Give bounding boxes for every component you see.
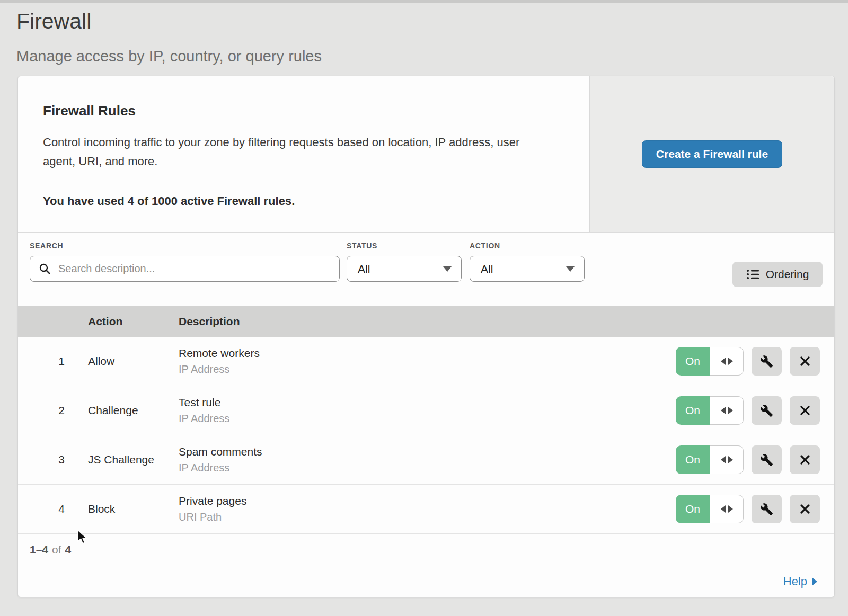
rule-description: Spam comments <box>179 445 676 458</box>
rule-description-cell: Remote workers IP Address <box>179 347 676 376</box>
edit-rule-button[interactable] <box>752 495 782 523</box>
pagination-row: 1–4 of 4 <box>18 534 834 566</box>
rule-match-field: IP Address <box>179 462 676 474</box>
status-filter-group: STATUS All <box>347 242 462 306</box>
rule-description: Private pages <box>179 495 676 507</box>
rule-action: Allow <box>88 355 179 368</box>
wrench-icon <box>760 503 773 516</box>
rule-priority: 3 <box>18 453 65 466</box>
toggle-on-label[interactable]: On <box>676 445 710 474</box>
firewall-rules-card: Firewall Rules Control incoming traffic … <box>17 76 835 597</box>
toggle-drag-handle-icon[interactable] <box>710 396 744 425</box>
wrench-icon <box>760 453 773 467</box>
toggle-on-label[interactable]: On <box>676 347 710 376</box>
filters-bar: SEARCH STATUS All ACTION All <box>18 232 834 306</box>
arrow-right-icon <box>812 577 817 586</box>
status-select[interactable]: All <box>347 256 462 282</box>
rule-priority: 1 <box>18 355 65 368</box>
help-link-label: Help <box>783 575 807 588</box>
table-row: 3 JS Challenge Spam comments IP Address … <box>18 435 834 485</box>
wrench-icon <box>760 355 773 368</box>
description-column-header: Description <box>179 315 834 328</box>
delete-rule-button[interactable] <box>790 396 820 425</box>
rule-priority: 2 <box>18 404 65 417</box>
rule-action: JS Challenge <box>88 453 179 466</box>
intro-description: Control incoming traffic to your zone by… <box>43 133 546 171</box>
status-label: STATUS <box>347 242 462 250</box>
ordered-list-icon <box>746 269 759 280</box>
rule-action: Block <box>88 503 179 515</box>
page-title: Firewall <box>16 8 848 34</box>
table-row: 1 Allow Remote workers IP Address On <box>18 337 834 386</box>
table-row: 4 Block Private pages URI Path On <box>18 485 834 534</box>
rule-action: Challenge <box>88 404 179 417</box>
rule-enabled-toggle[interactable]: On <box>676 396 744 425</box>
edit-rule-button[interactable] <box>752 347 782 376</box>
intro-text-panel: Firewall Rules Control incoming traffic … <box>18 76 589 232</box>
table-header-row: Action Description <box>18 306 834 337</box>
page-header: Firewall Manage access by IP, country, o… <box>0 8 848 65</box>
search-field-wrap <box>30 256 340 282</box>
rule-enabled-toggle[interactable]: On <box>676 495 744 523</box>
pagination-of: of <box>52 543 61 556</box>
toggle-on-label[interactable]: On <box>676 396 710 425</box>
card-footer: Help <box>18 566 834 597</box>
rule-description-cell: Test rule IP Address <box>179 396 676 425</box>
rules-usage-text: You have used 4 of 1000 active Firewall … <box>43 194 558 208</box>
rule-priority: 4 <box>18 503 65 515</box>
rule-enabled-toggle[interactable]: On <box>676 445 744 474</box>
pagination-total: 4 <box>65 543 72 556</box>
rule-controls: On <box>676 445 834 474</box>
rule-enabled-toggle[interactable]: On <box>676 347 744 376</box>
table-row: 2 Challenge Test rule IP Address On <box>18 386 834 435</box>
status-selected-value: All <box>358 263 370 275</box>
pagination-range: 1–4 <box>30 543 48 556</box>
intro-section: Firewall Rules Control incoming traffic … <box>18 76 834 232</box>
close-icon <box>799 503 811 515</box>
wrench-icon <box>760 404 773 417</box>
page-subtitle: Manage access by IP, country, or query r… <box>16 47 848 65</box>
rule-match-field: IP Address <box>179 363 676 376</box>
edit-rule-button[interactable] <box>752 396 782 425</box>
action-label: ACTION <box>470 242 585 250</box>
chevron-down-icon <box>443 266 452 272</box>
rule-description-cell: Private pages URI Path <box>179 495 676 523</box>
intro-heading: Firewall Rules <box>43 103 558 119</box>
edit-rule-button[interactable] <box>752 445 782 474</box>
toggle-drag-handle-icon[interactable] <box>710 347 744 376</box>
window-top-edge <box>0 0 848 3</box>
action-column-header: Action <box>88 315 179 328</box>
help-link[interactable]: Help <box>783 575 817 588</box>
delete-rule-button[interactable] <box>790 495 820 523</box>
rule-controls: On <box>676 347 834 376</box>
rule-match-field: IP Address <box>179 413 676 425</box>
toggle-drag-handle-icon[interactable] <box>710 495 744 523</box>
rule-controls: On <box>676 396 834 425</box>
search-input[interactable] <box>30 256 340 282</box>
action-selected-value: All <box>481 263 493 275</box>
rule-description-cell: Spam comments IP Address <box>179 445 676 474</box>
ordering-button-wrap: Ordering <box>732 262 823 306</box>
search-label: SEARCH <box>30 242 340 250</box>
toggle-on-label[interactable]: On <box>676 495 710 523</box>
rule-description: Test rule <box>179 396 676 409</box>
create-rule-panel: Create a Firewall rule <box>589 76 834 232</box>
search-filter-group: SEARCH <box>30 242 340 306</box>
ordering-button-label: Ordering <box>766 268 809 281</box>
rule-description: Remote workers <box>179 347 676 360</box>
delete-rule-button[interactable] <box>790 347 820 376</box>
delete-rule-button[interactable] <box>790 445 820 474</box>
create-firewall-rule-button[interactable]: Create a Firewall rule <box>642 140 782 168</box>
chevron-down-icon <box>566 266 575 272</box>
action-select[interactable]: All <box>470 256 585 282</box>
action-filter-group: ACTION All <box>470 242 585 306</box>
close-icon <box>799 405 811 416</box>
rule-controls: On <box>676 495 834 523</box>
rule-match-field: URI Path <box>179 511 676 523</box>
close-icon <box>799 355 811 367</box>
ordering-button[interactable]: Ordering <box>732 262 823 287</box>
toggle-drag-handle-icon[interactable] <box>710 445 744 474</box>
close-icon <box>799 454 811 466</box>
